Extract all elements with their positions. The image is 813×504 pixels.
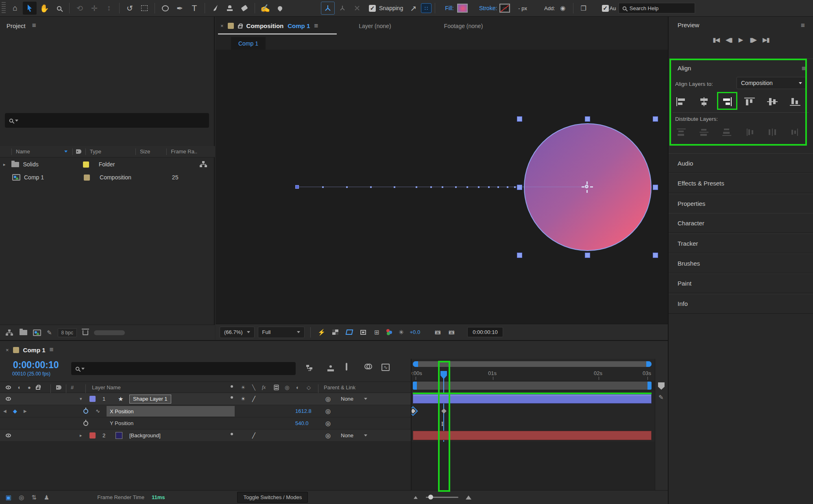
switch-collapse-icon[interactable]: ☀ xyxy=(241,382,246,393)
proxy-icon[interactable]: ◎ xyxy=(19,494,24,501)
label-chip-tan[interactable] xyxy=(84,175,90,181)
panel-character[interactable]: Character xyxy=(669,213,813,233)
align-menu-icon[interactable]: ≡ xyxy=(802,65,806,73)
transparency-grid-icon[interactable] xyxy=(330,327,341,338)
selection-handle[interactable] xyxy=(517,116,522,122)
background-layer-duration-bar[interactable] xyxy=(413,431,652,440)
distribute-right-button[interactable] xyxy=(788,125,802,139)
zoom-out-icon[interactable] xyxy=(414,496,418,499)
layer-quality-switch[interactable]: ╱ xyxy=(252,430,255,441)
column-frame-rate[interactable]: Frame Ra.. xyxy=(171,148,197,155)
timeline-menu-icon[interactable]: ≡ xyxy=(50,346,54,354)
distribute-bottom-button[interactable] xyxy=(720,125,734,139)
viewer-subtab-comp1[interactable]: Comp 1 xyxy=(231,37,266,50)
zoom-tool-icon[interactable] xyxy=(52,2,66,15)
snapping-checkbox[interactable]: ✓ xyxy=(369,5,376,12)
selection-handle[interactable] xyxy=(517,253,522,258)
project-scrollbar[interactable] xyxy=(94,330,125,335)
frame-blending-icon[interactable] xyxy=(346,363,347,371)
label-column-icon[interactable] xyxy=(76,149,81,154)
comp-marker-icon[interactable] xyxy=(658,382,665,390)
snap-bounds-icon[interactable]: ∷ xyxy=(421,3,432,13)
distribute-top-button[interactable] xyxy=(674,125,688,139)
panel-info[interactable]: Info xyxy=(669,294,813,314)
snapshot-icon[interactable]: 📷︎ xyxy=(432,327,443,338)
first-frame-icon[interactable]: ▮◀ xyxy=(713,36,719,44)
property-row-y-position[interactable]: Y Position 540.0 ◎ xyxy=(0,417,411,430)
pickwhip-icon[interactable]: ◎ xyxy=(325,393,331,405)
mask-visibility-icon[interactable] xyxy=(344,327,355,338)
navigator-start-handle[interactable] xyxy=(413,361,418,367)
workspace-panel-icon[interactable]: ❒ xyxy=(577,2,591,15)
last-frame-icon[interactable]: ▶▮ xyxy=(763,36,769,44)
user-icon[interactable]: ♟ xyxy=(44,494,49,501)
pickwhip-icon[interactable]: ◎ xyxy=(325,405,331,417)
pen-tool-icon[interactable]: ✒ xyxy=(173,2,187,15)
label-column-icon[interactable] xyxy=(56,385,61,390)
label-chip-yellow[interactable] xyxy=(83,161,89,168)
tab-composition-name[interactable]: Comp 1 xyxy=(288,22,310,29)
toggle-switches-modes-button[interactable]: Toggle Switches / Modes xyxy=(237,492,308,503)
tab-layer[interactable]: Layer (none) xyxy=(359,23,391,29)
align-right-button[interactable] xyxy=(720,95,734,109)
selection-handle[interactable] xyxy=(653,116,658,122)
layer-label-chip[interactable] xyxy=(89,432,96,439)
layer-quality-switch[interactable]: ╱ xyxy=(252,393,255,405)
panel-paint[interactable]: Paint xyxy=(669,273,813,293)
flowchart-icon[interactable] xyxy=(199,161,207,168)
exposure-icon[interactable]: ✳ xyxy=(396,327,407,338)
camera-tool-icon[interactable] xyxy=(137,2,151,15)
keyframe-current[interactable] xyxy=(441,408,447,414)
navigator-end-handle[interactable] xyxy=(646,361,652,367)
align-vertical-center-button[interactable] xyxy=(765,95,779,109)
selection-handle[interactable] xyxy=(653,253,658,258)
shape-layer-duration-bar[interactable] xyxy=(413,394,652,404)
pickwhip-icon[interactable]: ◎ xyxy=(325,430,331,441)
magnification-dropdown[interactable]: (66.7%) xyxy=(220,327,255,338)
dolly-camera-tool-icon[interactable]: ↕ xyxy=(102,2,116,15)
grid-guides-icon[interactable]: ⊞ xyxy=(372,327,382,338)
brush-tool-icon[interactable] xyxy=(208,2,222,15)
project-row-comp1[interactable]: Comp 1 Composition 25 xyxy=(0,171,215,184)
eye-icon[interactable] xyxy=(6,434,11,437)
puppet-pin-tool-icon[interactable] xyxy=(273,2,287,15)
stopwatch-icon[interactable] xyxy=(83,409,88,414)
fill-color-swatch[interactable] xyxy=(457,4,468,13)
layer-name[interactable]: [Background] xyxy=(129,430,161,441)
roto-brush-tool-icon[interactable]: ✍ xyxy=(258,2,272,15)
align-top-button[interactable] xyxy=(743,95,756,109)
distribute-left-button[interactable] xyxy=(743,125,756,139)
motion-path-start-keyframe[interactable] xyxy=(295,185,299,189)
parent-dropdown[interactable]: None xyxy=(341,430,367,441)
layer-row-background[interactable]: ▸ 2 [Background] ╱ ◎ None xyxy=(0,430,411,442)
column-type[interactable]: Type xyxy=(90,148,101,155)
project-row-solids[interactable]: ▸ Solids Folder xyxy=(0,158,215,171)
solo-column-icon[interactable]: ● xyxy=(28,382,31,393)
tab-footage[interactable]: Footage (none) xyxy=(444,23,483,29)
project-flowchart-icon[interactable] xyxy=(5,329,14,336)
comp-mini-flowchart-icon[interactable] xyxy=(306,364,315,373)
layer-label-chip[interactable] xyxy=(89,396,96,402)
project-bpc[interactable]: 8 bpc xyxy=(58,328,77,337)
fast-preview-icon[interactable]: ⚡ xyxy=(316,327,327,338)
hand-tool-icon[interactable]: ✋ xyxy=(37,2,51,15)
next-frame-icon[interactable]: ▮▶ xyxy=(750,36,756,44)
timeline-zoom-slider[interactable] xyxy=(426,497,458,498)
timeline-navigator-bar[interactable] xyxy=(413,361,652,367)
trash-icon[interactable] xyxy=(83,330,88,335)
layer-name-column[interactable]: Layer Name xyxy=(92,382,121,393)
number-column[interactable]: # xyxy=(71,382,74,393)
adjust-icon[interactable]: ✎ xyxy=(47,329,52,336)
panel-tracker[interactable]: Tracker xyxy=(669,233,813,253)
property-row-x-position[interactable]: ◀ ◆ ▶ ∿ X Position 1612.8 ◎ xyxy=(0,405,411,417)
work-area-start-handle[interactable] xyxy=(413,382,417,390)
switch-quality-icon[interactable]: ╲ xyxy=(252,382,255,393)
clone-stamp-tool-icon[interactable] xyxy=(223,2,237,15)
previous-keyframe-icon[interactable]: ◀ xyxy=(3,405,7,417)
timeline-tab-chip[interactable] xyxy=(13,347,19,353)
keyframe-toggle-icon[interactable]: ◆ xyxy=(13,405,17,417)
project-search-input[interactable] xyxy=(5,113,209,128)
zoom-in-icon[interactable] xyxy=(466,495,471,500)
viewer-menu-icon[interactable]: ≡ xyxy=(314,22,318,30)
align-to-dropdown[interactable]: Composition xyxy=(737,77,806,89)
